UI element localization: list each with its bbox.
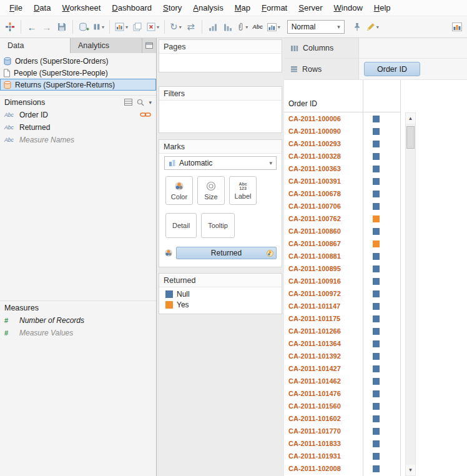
sort-fields-caret-icon[interactable]: ▾ [149,99,152,106]
scroll-up-button[interactable]: ▲ [406,113,415,124]
mark-cell[interactable] [363,328,400,335]
detail-button[interactable]: Detail [165,213,197,238]
show-labels-button[interactable]: Abc [250,19,265,35]
tooltip-button[interactable]: Tooltip [201,213,235,238]
mark-square[interactable] [373,128,380,135]
table-row[interactable]: CA-2011-100090 [284,125,467,137]
mark-square[interactable] [373,141,380,147]
scroll-track[interactable] [406,124,415,465]
pin-button[interactable] [350,19,365,35]
order-id-cell[interactable]: CA-2011-100881 [284,252,363,260]
mark-cell[interactable] [363,390,400,397]
table-row[interactable]: CA-2011-102008 [284,462,467,475]
order-id-cell[interactable]: CA-2011-101175 [284,315,363,322]
mark-cell[interactable] [363,403,400,410]
back-button[interactable]: ← [24,19,39,35]
mark-cell[interactable] [363,428,400,435]
table-row[interactable]: CA-2011-100867 [284,237,467,250]
table-row[interactable]: CA-2011-101462 [284,375,467,387]
mark-cell[interactable] [363,166,400,172]
table-row[interactable]: CA-2011-101770 [284,425,467,437]
order-id-cell[interactable]: CA-2011-100391 [284,177,363,185]
table-row[interactable]: CA-2011-100972 [284,287,467,300]
mark-square[interactable] [373,290,380,297]
order-id-cell[interactable]: CA-2011-100762 [284,215,363,222]
order-id-cell[interactable]: CA-2011-101476 [284,390,363,397]
datasource-people[interactable]: People (SuperStore-People) [0,67,156,79]
order-id-cell[interactable]: CA-2011-100895 [284,265,363,272]
mark-square[interactable] [373,315,380,322]
menu-map[interactable]: Map [229,1,256,15]
pane-window-button[interactable] [142,38,156,53]
mark-cell[interactable] [363,415,400,422]
mark-cell[interactable] [363,191,400,197]
filters-shelf[interactable] [159,100,282,132]
mark-square[interactable] [373,440,380,447]
mark-square[interactable] [373,166,380,172]
size-button[interactable]: Size [197,176,225,205]
table-row[interactable]: CA-2011-101266 [284,325,467,337]
menu-server[interactable]: Server [293,1,328,15]
pages-shelf[interactable] [159,53,282,72]
scroll-thumb[interactable] [406,126,415,149]
order-id-cell[interactable]: CA-2011-100972 [284,290,363,297]
new-worksheet-button[interactable]: ▾ [113,19,130,35]
mark-square[interactable] [373,265,380,272]
table-header-label[interactable]: Order ID [288,99,317,108]
mark-cell[interactable] [363,116,400,122]
mark-cell[interactable] [363,128,400,135]
highlight-button[interactable]: ▾ [365,19,381,35]
tab-analytics[interactable]: Analytics [71,38,142,53]
table-row[interactable]: CA-2011-100678 [284,187,467,200]
table-row[interactable]: CA-2011-101147 [284,300,467,312]
mark-square[interactable] [373,428,380,435]
mark-cell[interactable] [363,141,400,147]
mark-square[interactable] [373,203,380,210]
table-row[interactable]: CA-2011-100881 [284,250,467,262]
menu-file[interactable]: File [4,1,28,15]
field-number-of-records[interactable]: #Number of Records [0,314,156,327]
order-id-cell[interactable]: CA-2011-101931 [284,452,363,460]
mark-square[interactable] [373,178,380,185]
pause-updates-button[interactable]: ▾ [91,19,106,35]
field-measure-names[interactable]: AbcMeasure Names [0,134,156,146]
mark-type-dropdown[interactable]: Automatic ▾ [164,156,277,170]
mark-cell[interactable] [363,290,400,297]
order-id-cell[interactable]: CA-2011-100328 [284,152,363,160]
table-row[interactable]: CA-2011-101364 [284,337,467,350]
label-button[interactable]: Abc123Label [229,176,257,205]
table-row[interactable]: CA-2011-100895 [284,262,467,275]
mark-cell[interactable] [363,253,400,260]
order-id-cell[interactable]: CA-2011-101833 [284,440,363,447]
mark-square[interactable] [373,328,380,335]
table-row[interactable]: CA-2011-101931 [284,450,467,462]
mark-square[interactable] [373,378,380,385]
mark-cell[interactable] [363,228,400,235]
clear-sheet-button[interactable]: ▾ [145,19,161,35]
menu-worksheet[interactable]: Worksheet [56,1,106,15]
show-me-button[interactable] [450,19,465,35]
mark-square[interactable] [373,465,380,472]
order-id-cell[interactable]: CA-2011-100363 [284,165,363,172]
order-id-cell[interactable]: CA-2011-101560 [284,402,363,410]
columns-drop-area[interactable] [359,38,467,58]
table-row[interactable]: CA-2011-100293 [284,137,467,150]
order-id-cell[interactable]: CA-2011-100860 [284,227,363,235]
table-row[interactable]: CA-2011-101392 [284,350,467,362]
menu-data[interactable]: Data [28,1,56,15]
order-id-cell[interactable]: CA-2011-101427 [284,365,363,372]
table-row[interactable]: CA-2011-101833 [284,437,467,450]
mark-square[interactable] [373,303,380,310]
field-order-id[interactable]: AbcOrder ID [0,109,156,121]
mark-square[interactable] [373,240,380,247]
mark-cell[interactable] [363,465,400,472]
mark-square[interactable] [373,365,380,372]
save-button[interactable] [54,19,69,35]
scroll-down-button[interactable]: ▼ [406,465,415,475]
mark-cell[interactable] [363,440,400,447]
mark-square[interactable] [373,415,380,422]
order-id-cell[interactable]: CA-2011-101266 [284,327,363,335]
menu-help[interactable]: Help [368,1,396,15]
mark-cell[interactable] [363,153,400,160]
table-row[interactable]: CA-2011-101560 [284,400,467,412]
